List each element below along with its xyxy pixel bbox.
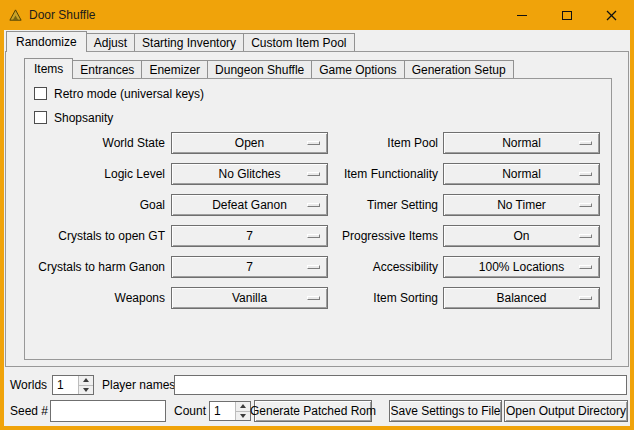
count-label: Count	[174, 400, 206, 422]
shopsanity-label: Shopsanity	[54, 111, 113, 125]
dropdown-value: No Glitches	[218, 167, 280, 181]
field-label-accessibility: Accessibility	[325, 256, 438, 278]
dropdown-indicator-icon	[579, 296, 592, 300]
field-label-world-state: World State	[25, 132, 165, 154]
spin-down-icon	[83, 388, 89, 392]
field-label-goal: Goal	[25, 194, 165, 216]
app-icon	[8, 8, 23, 23]
dropdown-timer-setting[interactable]: No Timer	[443, 194, 600, 216]
dropdown-value: On	[513, 229, 529, 243]
dropdown-value: Defeat Ganon	[212, 198, 287, 212]
field-label-item-functionality: Item Functionality	[325, 163, 438, 185]
seed-label: Seed #	[10, 400, 48, 422]
player-names-input[interactable]	[174, 375, 627, 395]
dropdown-value: 100% Locations	[479, 260, 564, 274]
tab-dungeon-shuffle[interactable]: Dungeon Shuffle	[207, 60, 312, 78]
worlds-spinner[interactable]: 1	[52, 375, 94, 395]
dropdown-item-functionality[interactable]: Normal	[443, 163, 600, 185]
worlds-spin-up[interactable]	[78, 376, 93, 386]
minimize-icon	[517, 15, 527, 16]
dropdown-value: Normal	[502, 167, 541, 181]
dropdown-value: Normal	[502, 136, 541, 150]
close-icon	[606, 10, 617, 21]
tab-game-options[interactable]: Game Options	[311, 60, 404, 78]
dropdown-weapons[interactable]: Vanilla	[171, 287, 328, 309]
dropdown-item-sorting[interactable]: Balanced	[443, 287, 600, 309]
dropdown-indicator-icon	[579, 265, 592, 269]
dropdown-value: No Timer	[497, 198, 546, 212]
dropdown-value: 7	[246, 229, 253, 243]
items-tab-panel: Retro mode (universal keys) Shopsanity W…	[24, 78, 612, 360]
retro-mode-label: Retro mode (universal keys)	[54, 87, 204, 101]
dropdown-value: 7	[246, 260, 253, 274]
tab-randomize[interactable]: Randomize	[6, 31, 87, 52]
dropdown-goal[interactable]: Defeat Ganon	[171, 194, 328, 216]
tab-enemizer[interactable]: Enemizer	[141, 60, 208, 78]
save-settings-button[interactable]: Save Settings to File	[389, 400, 502, 422]
open-output-directory-button[interactable]: Open Output Directory	[504, 400, 628, 422]
randomize-tab-panel: Items Entrances Enemizer Dungeon Shuffle…	[5, 51, 629, 367]
generate-patched-rom-button[interactable]: Generate Patched Rom	[254, 400, 372, 422]
dropdown-item-pool[interactable]: Normal	[443, 132, 600, 154]
titlebar[interactable]: Door Shuffle	[0, 0, 634, 30]
dropdown-world-state[interactable]: Open	[171, 132, 328, 154]
dropdown-indicator-icon	[307, 203, 320, 207]
tab-entrances[interactable]: Entrances	[72, 60, 142, 78]
field-label-logic-level: Logic Level	[25, 163, 165, 185]
spin-down-icon	[240, 414, 246, 418]
spin-up-icon	[240, 404, 246, 408]
window-controls	[499, 0, 634, 30]
worlds-spin-down[interactable]	[78, 386, 93, 395]
dropdown-value: Balanced	[496, 291, 546, 305]
shopsanity-checkbox-row[interactable]: Shopsanity	[34, 110, 113, 125]
maximize-button[interactable]	[544, 0, 589, 30]
inner-tab-bar: Items Entrances Enemizer Dungeon Shuffle…	[24, 58, 514, 79]
field-label-item-sorting: Item Sorting	[325, 287, 438, 309]
retro-mode-checkbox[interactable]	[34, 87, 47, 100]
dropdown-indicator-icon	[579, 141, 592, 145]
worlds-value: 1	[53, 376, 78, 394]
count-spinner[interactable]: 1	[209, 401, 251, 421]
dropdown-indicator-icon	[579, 234, 592, 238]
dropdown-logic-level[interactable]: No Glitches	[171, 163, 328, 185]
close-button[interactable]	[589, 0, 634, 30]
spin-up-icon	[83, 378, 89, 382]
dropdown-value: Open	[235, 136, 264, 150]
tab-generation-setup[interactable]: Generation Setup	[404, 60, 514, 78]
dropdown-crystals-harm-ganon[interactable]: 7	[171, 256, 328, 278]
worlds-label: Worlds	[10, 375, 47, 395]
tab-starting-inventory[interactable]: Starting Inventory	[134, 33, 244, 51]
dropdown-progressive-items[interactable]: On	[443, 225, 600, 247]
player-names-label: Player names	[102, 375, 175, 395]
dropdown-indicator-icon	[307, 265, 320, 269]
seed-input[interactable]	[50, 400, 166, 422]
shopsanity-checkbox[interactable]	[34, 111, 47, 124]
dropdown-indicator-icon	[307, 234, 320, 238]
dropdown-indicator-icon	[307, 172, 320, 176]
dropdown-indicator-icon	[307, 296, 320, 300]
field-label-progressive-items: Progressive Items	[325, 225, 438, 247]
count-spin-up[interactable]	[235, 402, 250, 412]
minimize-button[interactable]	[499, 0, 544, 30]
window-title: Door Shuffle	[29, 8, 96, 22]
tab-items[interactable]: Items	[24, 58, 73, 79]
dropdown-crystals-open-gt[interactable]: 7	[171, 225, 328, 247]
count-value: 1	[210, 402, 235, 420]
dropdown-value: Vanilla	[232, 291, 267, 305]
window-content: Randomize Adjust Starting Inventory Cust…	[4, 30, 630, 426]
tab-custom-item-pool[interactable]: Custom Item Pool	[243, 33, 354, 51]
field-label-timer-setting: Timer Setting	[325, 194, 438, 216]
field-label-crystals-harm-ganon: Crystals to harm Ganon	[25, 256, 165, 278]
dropdown-indicator-icon	[307, 141, 320, 145]
field-label-crystals-open-gt: Crystals to open GT	[25, 225, 165, 247]
count-spin-down[interactable]	[235, 412, 250, 421]
outer-tab-bar: Randomize Adjust Starting Inventory Cust…	[6, 31, 355, 52]
field-label-weapons: Weapons	[25, 287, 165, 309]
maximize-icon	[562, 11, 572, 20]
dropdown-accessibility[interactable]: 100% Locations	[443, 256, 600, 278]
field-label-item-pool: Item Pool	[325, 132, 438, 154]
tab-adjust[interactable]: Adjust	[86, 33, 135, 51]
retro-mode-checkbox-row[interactable]: Retro mode (universal keys)	[34, 86, 204, 101]
window: Door Shuffle Randomize Adjust Starting I…	[0, 0, 634, 430]
dropdown-indicator-icon	[579, 172, 592, 176]
